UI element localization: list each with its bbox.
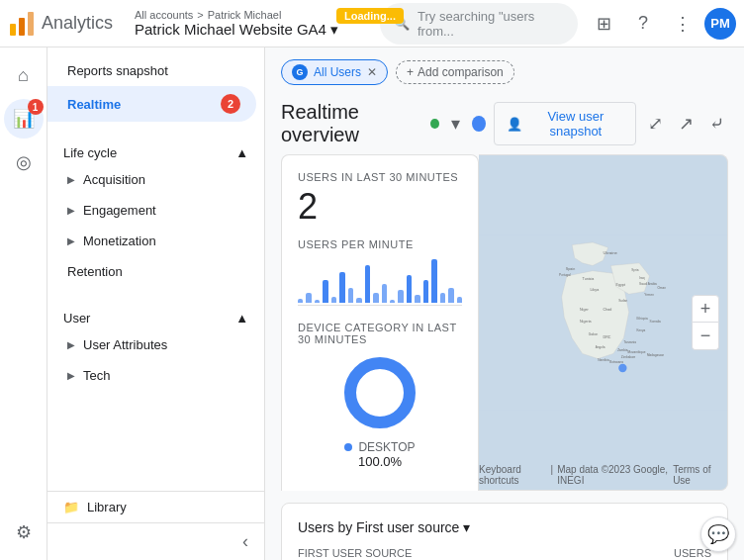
section-title-bar: Realtime overview ▾ 👤 View user snapshot… [265, 93, 744, 154]
breadcrumb-sep: > [197, 9, 203, 21]
table-title-text: Users by First user source [298, 519, 459, 535]
svg-text:Gabon: Gabon [589, 332, 599, 336]
lifecycle-header[interactable]: Life cycle ▲ [47, 138, 264, 164]
bar-item [356, 298, 361, 303]
bar-item [298, 299, 303, 303]
expand-icon-button[interactable]: ⤢ [644, 109, 667, 139]
svg-text:Somalia: Somalia [650, 320, 662, 324]
sidebar-item-monetization[interactable]: ▶ Monetization [47, 226, 256, 256]
bar-item [331, 297, 336, 303]
svg-text:Angola: Angola [596, 345, 605, 349]
sidebar-item-reports-snapshot[interactable]: Reports snapshot [47, 55, 256, 86]
grid-icon-button[interactable]: ⊞ [586, 6, 621, 42]
analytics-logo-icon [8, 10, 36, 38]
bar-item [407, 275, 412, 303]
chat-button[interactable]: 💬 [700, 516, 736, 552]
chat-icon: 💬 [707, 523, 729, 545]
svg-point-4 [350, 363, 410, 422]
desktop-percentage: 100.0% [358, 454, 402, 469]
svg-text:Mozambique: Mozambique [628, 350, 646, 354]
svg-text:Yemen: Yemen [644, 293, 654, 297]
explore-icon-button[interactable]: ◎ [4, 142, 44, 182]
zoom-out-button[interactable]: − [692, 323, 719, 350]
sidebar-library-item[interactable]: 📁 Library [47, 491, 264, 522]
search-bar[interactable]: 🔍 Try searching "users from... [380, 3, 578, 45]
settings-icon-button[interactable]: ⚙ [4, 513, 44, 552]
main-content: G All Users ✕ + Add comparison Realtime … [265, 47, 744, 560]
svg-text:Ethiopia: Ethiopia [636, 317, 648, 321]
bar-item [415, 295, 419, 303]
bar-item [448, 288, 453, 303]
table-col-header: FIRST USER SOURCE USERS [298, 547, 711, 560]
sidebar-item-retention[interactable]: Retention [47, 256, 256, 287]
svg-text:Egypt: Egypt [616, 283, 625, 287]
svg-text:Libya: Libya [590, 288, 600, 292]
desktop-label: DESKTOP [358, 440, 415, 454]
svg-point-34 [618, 364, 626, 372]
bar-item [440, 293, 445, 303]
realtime-badge: 2 [221, 94, 240, 114]
more-icon-button[interactable]: ⋮ [665, 6, 700, 42]
bar-item [373, 293, 378, 303]
cards-column: USERS IN LAST 30 MINUTES 2 USERS PER MIN… [281, 154, 479, 491]
first-user-source-col-label: FIRST USER SOURCE [298, 547, 412, 559]
svg-text:Ukraine: Ukraine [604, 250, 618, 255]
bar-item [382, 284, 387, 303]
sidebar-item-user-attributes[interactable]: ▶ User Attributes [47, 329, 256, 360]
live-status-dot [430, 119, 439, 129]
user-attributes-label: User Attributes [83, 337, 240, 352]
home-icon-button[interactable]: ⌂ [4, 55, 44, 95]
svg-rect-2 [28, 12, 34, 36]
property-name: Patrick Michael Website GA4 [135, 21, 326, 38]
engagement-label: Engagement [83, 203, 240, 218]
content-header: G All Users ✕ + Add comparison [265, 47, 744, 93]
retention-label: Retention [67, 264, 240, 279]
add-icon: + [407, 65, 414, 79]
sidebar-collapse-button[interactable]: ‹ [234, 527, 256, 556]
engagement-chevron-icon: ▶ [67, 205, 75, 216]
donut-svg [340, 353, 419, 432]
bar-item [339, 272, 344, 303]
svg-text:Zimbabwe: Zimbabwe [621, 355, 636, 359]
sidebar: Reports snapshot Realtime 2 Life cycle ▲… [47, 47, 265, 560]
svg-text:Chad: Chad [604, 308, 612, 312]
share-icon-button[interactable]: ⤶ [705, 109, 728, 139]
svg-text:Iraq: Iraq [639, 276, 645, 280]
bar-item [323, 280, 327, 303]
svg-text:DRC: DRC [604, 335, 611, 339]
all-users-chip[interactable]: G All Users ✕ [281, 59, 388, 85]
sidebar-item-acquisition[interactable]: ▶ Acquisition [47, 164, 256, 195]
all-users-avatar: G [292, 64, 308, 80]
realtime-icon-button[interactable]: 📊 1 [4, 99, 44, 139]
bar-item [398, 290, 403, 303]
sidebar-item-engagement[interactable]: ▶ Engagement [47, 195, 256, 226]
lifecycle-collapse-icon: ▲ [235, 145, 248, 160]
add-comparison-button[interactable]: + Add comparison [396, 60, 514, 84]
bar-item [431, 259, 436, 303]
avatar[interactable]: PM [704, 8, 736, 40]
page-title: Realtime overview [281, 101, 422, 146]
users-30-value: 2 [298, 187, 462, 227]
breadcrumb-main[interactable]: Patrick Michael Website GA4 ▾ [135, 21, 372, 39]
nav-icons: ⊞ ? ⋮ PM [586, 6, 736, 42]
zoom-in-button[interactable]: + [692, 295, 719, 323]
svg-text:Zambia: Zambia [617, 348, 628, 352]
user-header[interactable]: User ▲ [47, 303, 264, 329]
svg-text:Portugal: Portugal [559, 273, 571, 277]
status-dropdown-button[interactable]: ▾ [447, 109, 464, 139]
export-icon-button[interactable]: ↗ [675, 109, 698, 139]
view-snapshot-button[interactable]: 👤 View user snapshot [494, 102, 636, 145]
reports-snapshot-label: Reports snapshot [67, 63, 240, 78]
donut-legend: DESKTOP [344, 440, 415, 454]
svg-text:Syria: Syria [631, 268, 638, 272]
loading-badge: Loading... [336, 8, 404, 24]
help-icon-button[interactable]: ? [625, 6, 661, 42]
svg-rect-1 [19, 18, 25, 36]
table-dropdown-icon[interactable]: ▾ [463, 519, 470, 535]
user-dot [472, 116, 486, 132]
realtime-nav-badge: 1 [28, 99, 44, 115]
sidebar-item-realtime[interactable]: Realtime 2 [47, 86, 256, 122]
top-nav: Analytics All accounts > Patrick Michael… [0, 0, 744, 47]
svg-text:Niger: Niger [580, 308, 590, 312]
sidebar-item-tech[interactable]: ▶ Tech [47, 360, 256, 391]
